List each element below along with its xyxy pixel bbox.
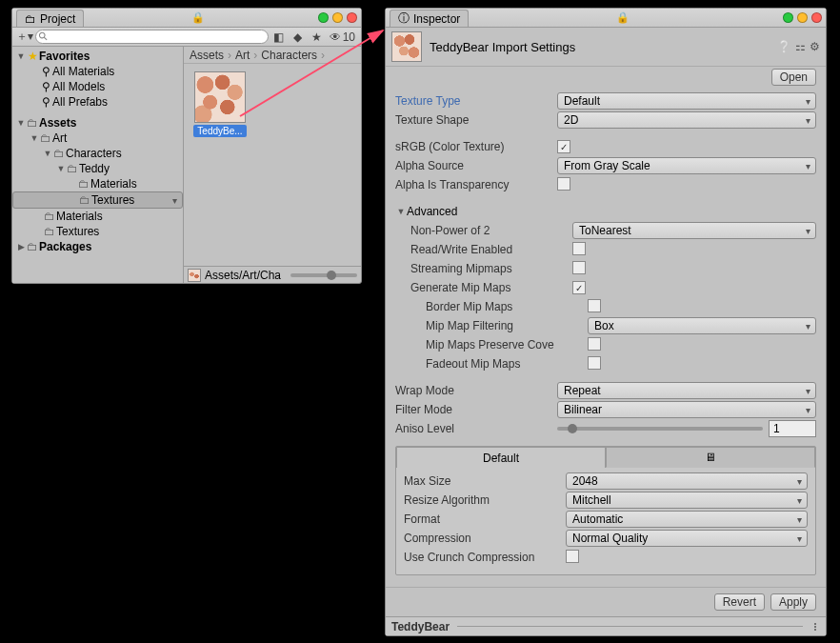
traffic-yellow[interactable] [797, 12, 808, 23]
label-max-size: Max Size [404, 474, 566, 488]
revert-button[interactable]: Revert [714, 593, 765, 611]
project-tab-label: Project [40, 12, 75, 26]
checkbox-crunch[interactable] [566, 550, 579, 563]
project-tree[interactable]: ▼★Favorites ⚲All Materials ⚲All Models ⚲… [12, 47, 184, 283]
checkbox-srgb[interactable]: ✓ [557, 140, 570, 153]
preview-bar[interactable]: TeddyBear [386, 616, 826, 635]
thumb-size-slider[interactable] [290, 273, 357, 277]
select-npot[interactable]: ToNearest [572, 222, 816, 239]
lock-icon[interactable]: 🔒 [191, 11, 205, 24]
tree-all-models[interactable]: ⚲All Models [12, 79, 183, 94]
platform-tab-default[interactable]: Default [396, 447, 606, 468]
checkbox-stream-mip[interactable] [572, 261, 586, 274]
platform-tab-standalone[interactable]: 🖥 [606, 447, 815, 468]
platform-box: Default 🖥 Max Size2048 Resize AlgorithmM… [395, 446, 816, 575]
select-texture-shape[interactable]: 2D [557, 111, 816, 129]
window-controls [318, 12, 357, 23]
preview-name: TeddyBear [391, 620, 450, 633]
label-border-mip: Border Mip Maps [395, 300, 588, 313]
label-format: Format [404, 512, 566, 526]
project-body: ▼★Favorites ⚲All Materials ⚲All Models ⚲… [12, 47, 361, 283]
aniso-slider[interactable] [557, 427, 763, 431]
texture-preview-icon [391, 31, 422, 62]
checkbox-rw[interactable] [572, 242, 586, 255]
apply-button[interactable]: Apply [770, 593, 816, 611]
crumb-art[interactable]: Art [235, 49, 250, 62]
label-texture-type: Texture Type [395, 94, 557, 108]
tree-favorites[interactable]: ▼★Favorites [12, 49, 183, 64]
select-filter[interactable]: Bilinear [557, 401, 816, 418]
help-icon[interactable]: ❔ [777, 40, 791, 53]
label-mip-preserve: Mip Maps Preserve Cove [395, 338, 588, 352]
label-compression: Compression [404, 532, 566, 545]
filter-type-icon[interactable]: ◧ [270, 30, 288, 45]
page-title: TeddyBear Import Settings [430, 40, 575, 54]
traffic-yellow[interactable] [332, 12, 343, 23]
status-path: Assets/Art/Cha [205, 269, 281, 282]
tree-characters[interactable]: ▼🗀Characters [12, 146, 183, 161]
tree-all-prefabs[interactable]: ⚲All Prefabs [12, 94, 183, 110]
preset-icon[interactable]: ⚏ [795, 40, 806, 53]
checkbox-gen-mip[interactable]: ✓ [572, 281, 586, 294]
tree-assets[interactable]: ▼🗀Assets [12, 115, 183, 131]
section-advanced[interactable]: ▼Advanced [395, 202, 816, 221]
traffic-red[interactable] [811, 12, 822, 23]
create-button[interactable]: ＋▾ [16, 30, 33, 45]
inspector-tab-label: Inspector [413, 12, 460, 26]
checkbox-border-mip[interactable] [588, 299, 601, 312]
crumb-characters[interactable]: Characters [261, 49, 317, 62]
search-input[interactable] [35, 30, 269, 44]
crumb-assets[interactable]: Assets [190, 49, 224, 62]
select-texture-type[interactable]: Default [557, 92, 816, 110]
label-npot: Non-Power of 2 [395, 224, 572, 237]
hidden-count[interactable]: 👁10 [328, 30, 357, 44]
project-tab[interactable]: 🗀 Project [16, 10, 84, 27]
label-gen-mip: Generate Mip Maps [395, 281, 572, 294]
filter-label-icon[interactable]: ◆ [290, 30, 307, 45]
checkbox-mip-preserve[interactable] [588, 337, 601, 351]
label-resize: Resize Algorithm [404, 493, 566, 507]
tree-all-materials[interactable]: ⚲All Materials [12, 64, 183, 79]
window-controls [783, 12, 822, 23]
select-compression[interactable]: Normal Quality [566, 530, 808, 547]
aniso-value[interactable]: 1 [769, 420, 816, 437]
tree-packages[interactable]: ▶🗀Packages [12, 239, 183, 254]
tree-art[interactable]: ▼🗀Art [12, 131, 183, 146]
inspector-form: Texture TypeDefault Texture Shape2D sRGB… [386, 86, 826, 587]
traffic-green[interactable] [783, 12, 793, 23]
lock-icon[interactable]: 🔒 [616, 11, 630, 24]
select-alpha-source[interactable]: From Gray Scale [557, 157, 816, 174]
favorite-filter-icon[interactable]: ★ [309, 30, 326, 45]
tree-teddy-textures[interactable]: 🗀Textures [12, 191, 183, 209]
select-wrap[interactable]: Repeat [557, 382, 816, 399]
inspector-tab[interactable]: ⓘ Inspector [390, 10, 469, 27]
label-aniso: Aniso Level [395, 422, 557, 435]
tree-teddy-materials[interactable]: 🗀Materials [12, 176, 183, 191]
project-grid: Assets› Art› Characters› TeddyBe... Asse… [184, 47, 361, 283]
select-mip-filter[interactable]: Box [588, 317, 816, 334]
kebab-icon[interactable] [810, 623, 820, 631]
breadcrumb[interactable]: Assets› Art› Characters› [184, 47, 361, 64]
asset-label: TeddyBe... [193, 125, 246, 137]
folder-icon: 🗀 [25, 12, 36, 26]
select-max-size[interactable]: 2048 [566, 472, 808, 490]
eye-icon: 👁 [330, 30, 341, 44]
asset-grid[interactable]: TeddyBe... [184, 64, 361, 266]
traffic-red[interactable] [347, 12, 357, 23]
checkbox-fade-mip[interactable] [588, 356, 601, 370]
info-icon: ⓘ [398, 10, 410, 27]
asset-teddybear[interactable]: TeddyBe... [191, 71, 249, 137]
select-format[interactable]: Automatic [566, 511, 808, 528]
label-texture-shape: Texture Shape [395, 113, 557, 127]
checkbox-alpha-trans[interactable] [557, 177, 570, 191]
tree-materials[interactable]: 🗀Materials [12, 209, 183, 224]
label-rw: Read/Write Enabled [395, 243, 572, 256]
tree-teddy[interactable]: ▼🗀Teddy [12, 161, 183, 176]
gear-icon[interactable]: ⚙ [810, 40, 820, 53]
traffic-green[interactable] [318, 12, 329, 23]
select-resize[interactable]: Mitchell [566, 492, 808, 509]
label-filter: Filter Mode [395, 403, 557, 416]
open-button[interactable]: Open [771, 69, 816, 86]
inspector-titlebar: ⓘ Inspector 🔒 [386, 9, 826, 28]
tree-textures[interactable]: 🗀Textures [12, 224, 183, 239]
